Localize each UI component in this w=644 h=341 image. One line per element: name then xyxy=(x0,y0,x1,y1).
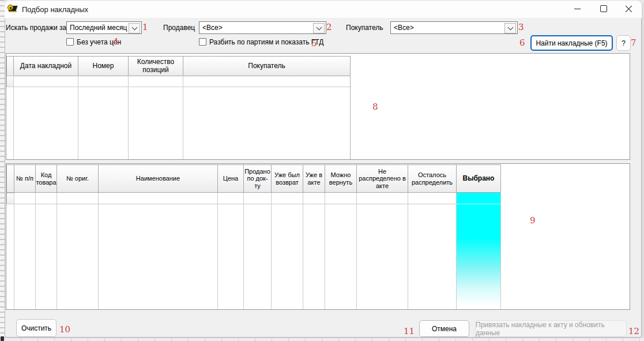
invoices-row-divider xyxy=(6,87,351,87)
annotation-9: 9 xyxy=(530,215,536,226)
maximize-button[interactable] xyxy=(590,0,617,17)
items-gridline xyxy=(35,193,36,309)
items-col-price[interactable]: Цена xyxy=(217,164,244,193)
screen: Подбор накладных Искать продажи за После… xyxy=(0,0,644,341)
items-col-returned[interactable]: Уже был возврат xyxy=(271,164,303,193)
help-button[interactable]: ? xyxy=(616,35,631,51)
seller-value: <Все> xyxy=(202,24,223,32)
annotation-1: 1 xyxy=(142,22,148,32)
annotation-4: 4 xyxy=(113,36,119,47)
annotation-2: 2 xyxy=(326,22,332,32)
period-label: Искать продажи за xyxy=(6,24,66,32)
items-col-num[interactable]: № п/п xyxy=(14,164,36,193)
buyer-combobox[interactable]: <Все> xyxy=(390,21,518,34)
invoices-gridline xyxy=(350,76,351,159)
split-batches-label: Разбить по партиям и показать ГТД xyxy=(209,38,323,46)
chevron-down-icon[interactable] xyxy=(313,23,325,33)
period-value: Последний месяц xyxy=(70,24,127,32)
items-col-name[interactable]: Наименование xyxy=(98,164,218,193)
items-col-can-return[interactable]: Можно вернуть xyxy=(325,164,357,193)
items-col-remaining[interactable]: Осталось распределить xyxy=(408,164,457,193)
items-col-selector[interactable] xyxy=(6,164,14,193)
title-bar xyxy=(5,1,642,18)
items-col-sold[interactable]: Продано по док-ту xyxy=(243,164,272,193)
invoices-col-buyer[interactable]: Покупатель xyxy=(183,56,351,76)
bind-invoices-button: Привязать накладные к акту и обновить да… xyxy=(475,320,627,337)
minimize-icon xyxy=(574,9,581,9)
selected-column-highlight xyxy=(456,193,500,306)
items-col-orig[interactable]: № ориг. xyxy=(57,164,99,193)
minimize-button[interactable] xyxy=(564,0,590,17)
invoices-gridline xyxy=(183,76,183,159)
invoices-gridline xyxy=(13,76,14,159)
selected-column-row-divider xyxy=(456,204,500,204)
items-col-selected[interactable]: Выбрано xyxy=(456,164,501,193)
app-icon-coin xyxy=(7,5,13,10)
seller-label: Продавец xyxy=(163,24,195,32)
items-gridline xyxy=(14,193,14,309)
items-row-divider xyxy=(6,204,456,204)
background-window-icon-fragment xyxy=(1,336,4,341)
invoices-gridline xyxy=(128,76,129,159)
annotation-11: 11 xyxy=(404,326,415,336)
invoices-col-positions[interactable]: Количество позиций xyxy=(128,56,183,76)
annotation-7: 7 xyxy=(631,38,637,48)
background-window-left-sliver xyxy=(0,0,5,341)
invoices-col-date[interactable]: Дата накладной xyxy=(13,56,78,76)
split-batches-checkbox[interactable] xyxy=(199,38,206,46)
invoices-table[interactable]: Дата накладной Номер Количество позиций … xyxy=(6,53,630,160)
items-gridline xyxy=(356,193,357,309)
items-gridline xyxy=(456,193,457,309)
clear-button[interactable]: Очистить xyxy=(16,319,57,337)
chevron-down-icon[interactable] xyxy=(129,23,140,33)
items-col-not-distributed[interactable]: Не распределено в акте xyxy=(356,164,408,193)
annotation-6: 6 xyxy=(519,38,525,48)
annotation-10: 10 xyxy=(59,324,70,335)
items-gridline xyxy=(271,193,272,309)
items-gridline xyxy=(500,193,501,309)
cancel-button[interactable]: Отмена xyxy=(419,320,469,337)
invoices-gridline xyxy=(78,76,78,159)
items-gridline xyxy=(98,193,99,309)
find-invoices-button[interactable]: Найти накладные (F5) xyxy=(530,35,613,51)
window-title: Подбор накладных xyxy=(22,5,88,14)
items-table[interactable]: № п/п Код товара № ориг. Наименование Це… xyxy=(6,163,630,310)
chevron-down-icon[interactable] xyxy=(504,23,516,33)
period-combobox[interactable]: Последний месяц xyxy=(66,21,142,34)
items-gridline xyxy=(325,193,325,309)
buyer-value: <Все> xyxy=(394,24,414,32)
seller-combobox[interactable]: <Все> xyxy=(199,21,326,34)
annotation-12: 12 xyxy=(628,326,639,336)
annotation-8: 8 xyxy=(372,102,378,112)
app-icon xyxy=(7,4,18,14)
annotation-5: 5 xyxy=(311,38,317,48)
maximize-icon xyxy=(600,5,607,12)
ignore-prices-checkbox[interactable] xyxy=(66,38,74,46)
close-icon xyxy=(625,5,632,13)
items-gridline xyxy=(57,193,57,309)
buyer-label: Покупатель xyxy=(346,24,383,32)
items-col-in-act[interactable]: Уже в акте xyxy=(303,164,325,193)
items-gridline xyxy=(243,193,244,309)
items-row-selector-cell[interactable] xyxy=(6,193,14,204)
close-button[interactable] xyxy=(616,0,642,17)
items-gridline xyxy=(217,193,218,309)
invoices-col-number[interactable]: Номер xyxy=(78,56,129,76)
annotation-3: 3 xyxy=(518,22,524,32)
app-icon-base xyxy=(9,11,17,12)
items-gridline xyxy=(303,193,303,309)
items-gridline xyxy=(408,193,408,309)
items-col-code[interactable]: Код товара xyxy=(35,164,57,193)
background-window-bottom-sliver xyxy=(5,338,644,341)
